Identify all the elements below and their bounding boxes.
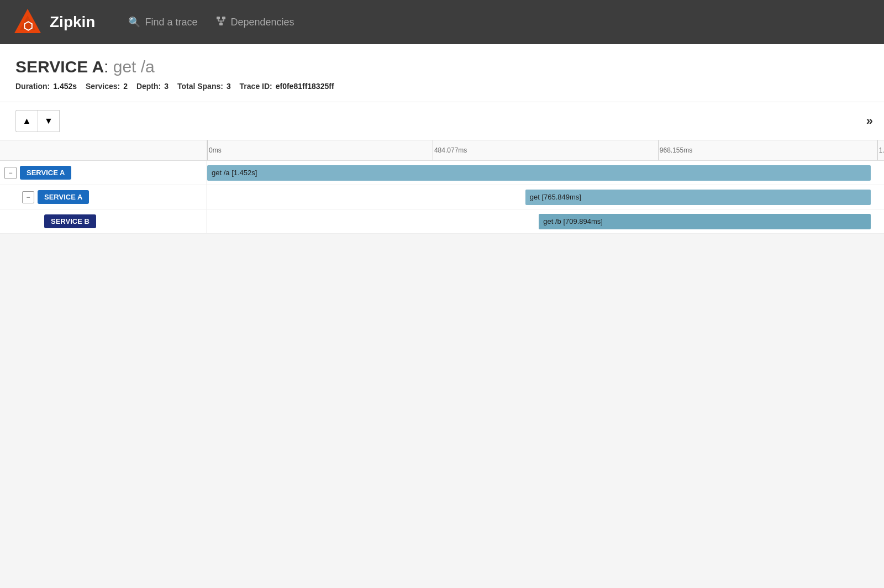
timeline-ruler: 0ms 484.077ms 968.155ms 1.452s: [207, 140, 884, 160]
trace-container: 0ms 484.077ms 968.155ms 1.452s − SERVICE…: [0, 140, 884, 234]
nav-find-trace-label: Find a trace: [145, 17, 197, 28]
span-row-3: SERVICE B get /b [709.894ms]: [0, 209, 884, 234]
header: ⬡ Zipkin 🔍 Find a trace Dependencies: [0, 0, 884, 44]
duration-value: 1.452s: [53, 82, 77, 91]
span-row-2: − SERVICE A get [765.849ms]: [0, 185, 884, 209]
svg-rect-4: [222, 17, 225, 19]
timeline-cell-2: get [765.849ms]: [207, 185, 884, 209]
expand-button[interactable]: »: [866, 114, 873, 128]
total-spans-label: Total Spans:: [177, 82, 223, 91]
toggle-button-1[interactable]: −: [4, 167, 17, 179]
duration-label: Duration:: [15, 82, 50, 91]
search-icon: 🔍: [128, 16, 140, 28]
total-spans-value: 3: [227, 82, 231, 91]
svg-rect-5: [219, 23, 223, 25]
timeline-cell-3: get /b [709.894ms]: [207, 209, 884, 233]
ruler-tick-1: 484.077ms: [433, 140, 467, 160]
timeline-ruler-header: 0ms 484.077ms 968.155ms 1.452s: [0, 140, 884, 161]
toggle-button-2[interactable]: −: [22, 191, 34, 203]
depth-value: 3: [164, 82, 169, 91]
service-badge-b[interactable]: SERVICE B: [44, 214, 96, 228]
toolbar: ▲ ▼ »: [0, 102, 884, 140]
span-bar-2[interactable]: get [765.849ms]: [525, 190, 871, 205]
services-label: Services:: [86, 82, 120, 91]
ruler-tick-2: 968.155ms: [658, 140, 692, 160]
span-bar-1[interactable]: get /a [1.452s]: [207, 165, 871, 181]
service-column-header: [0, 140, 207, 160]
span-row-1: − SERVICE A get /a [1.452s]: [0, 161, 884, 185]
ruler-tick-3: 1.452s: [877, 140, 884, 160]
page-title: SERVICE A: get /a: [15, 57, 869, 76]
svg-rect-3: [217, 17, 220, 19]
collapse-up-button[interactable]: ▲: [15, 110, 38, 132]
title-separator: :: [104, 57, 113, 76]
timeline-cell-1: get /a [1.452s]: [207, 161, 884, 185]
trace-id-label: Trace ID:: [240, 82, 272, 91]
span-bar-3[interactable]: get /b [709.894ms]: [539, 214, 870, 229]
service-badge-a2[interactable]: SERVICE A: [38, 190, 89, 204]
services-value: 2: [123, 82, 128, 91]
service-cell-3: SERVICE B: [0, 209, 207, 233]
svg-text:⬡: ⬡: [23, 20, 33, 32]
service-cell-1: − SERVICE A: [0, 161, 207, 185]
nav-dependencies[interactable]: Dependencies: [209, 11, 301, 34]
depth-label: Depth:: [136, 82, 161, 91]
service-badge-a1[interactable]: SERVICE A: [20, 166, 71, 180]
trace-id-value: ef0fe81ff18325ff: [276, 82, 334, 91]
zipkin-logo-icon: ⬡: [13, 8, 42, 36]
dependencies-icon: [215, 15, 227, 29]
page-header: SERVICE A: get /a Duration: 1.452s Servi…: [0, 44, 884, 102]
main-nav: 🔍 Find a trace Dependencies: [122, 11, 301, 34]
logo-area: ⬡ Zipkin: [13, 8, 95, 36]
endpoint: get /a: [113, 57, 155, 76]
trace-meta: Duration: 1.452s Services: 2 Depth: 3 To…: [15, 82, 869, 91]
nav-find-trace[interactable]: 🔍 Find a trace: [122, 11, 204, 34]
service-cell-2: − SERVICE A: [0, 185, 207, 209]
service-name: SERVICE A: [15, 57, 104, 76]
collapse-down-button[interactable]: ▼: [38, 110, 60, 132]
nav-dependencies-label: Dependencies: [231, 17, 294, 28]
ruler-tick-0: 0ms: [207, 140, 222, 160]
logo-title: Zipkin: [50, 13, 95, 31]
